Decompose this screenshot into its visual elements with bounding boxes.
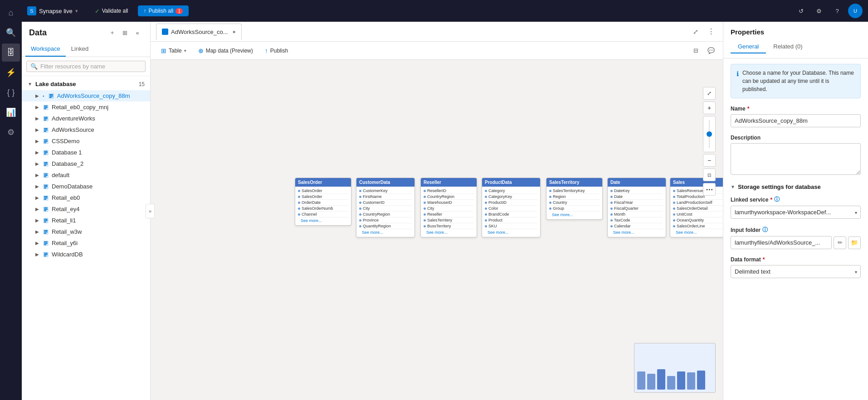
edit-folder-button[interactable]: ✏ (834, 236, 846, 249)
info-box: ℹ Choose a name for your Database. This … (731, 64, 861, 98)
nav-data-icon[interactable]: 🗄 (2, 43, 20, 62)
name-input[interactable] (731, 114, 861, 127)
validate-icon: ✓ (95, 8, 100, 14)
tab-workspace[interactable]: Workspace (25, 42, 66, 57)
properties-panel-toggle[interactable]: ⊟ (689, 44, 702, 57)
comments-icon[interactable]: 💬 (705, 44, 717, 57)
list-item[interactable]: ▶ WildcardDB (22, 249, 150, 260)
nav-search-icon[interactable]: 🔍 (2, 24, 20, 42)
tab-linked[interactable]: Linked (66, 42, 94, 57)
svg-rect-21 (44, 151, 48, 152)
list-item[interactable]: ▶ Database 1 (22, 147, 150, 158)
list-item[interactable]: ▶ Database_2 (22, 158, 150, 169)
list-item[interactable]: ▶ Retail_ey4 (22, 203, 150, 215)
required-marker: * (770, 197, 772, 203)
fit-to-screen-button[interactable]: ⊡ (703, 169, 716, 181)
field-dot-icon (549, 207, 551, 210)
item-chevron-icon: ▶ (34, 127, 40, 133)
icon-sidebar: ⌂ 🔍 🗄 ⚡ { } 📊 ⚙ (0, 0, 22, 400)
svg-rect-35 (44, 188, 46, 188)
table-card-salesterritory[interactable]: SalesTerritory SalesTerritoryKey Region … (546, 178, 603, 220)
publish-arrow-icon: ↑ (144, 8, 146, 14)
zoom-in-button[interactable]: + (703, 101, 716, 114)
table-more-link[interactable]: See more... (673, 229, 723, 236)
lake-database-section[interactable]: ▼ Lake database 15 (22, 78, 150, 90)
nav-monitor-icon[interactable]: 📊 (2, 103, 20, 121)
expand-tab-button[interactable]: ⤢ (689, 25, 702, 38)
list-item[interactable]: ▶ Retail_eb0_copy_mnj (22, 101, 150, 113)
table-more-link[interactable]: See more... (610, 229, 663, 236)
nav-integrate-icon[interactable]: ⚡ (2, 63, 20, 82)
item-label: CSSDemo (52, 138, 79, 145)
filter-search-icon: 🔍 (30, 63, 38, 70)
tab-close-button[interactable]: ● (232, 29, 235, 35)
description-field-group: Description (731, 135, 861, 176)
table-card-productdata[interactable]: ProductData Category CategoryKey Product… (482, 178, 541, 237)
linked-service-info-icon[interactable]: ⓘ (774, 196, 780, 203)
settings-icon[interactable]: ⚙ (812, 4, 826, 18)
input-folder-info-icon[interactable]: ⓘ (762, 226, 768, 234)
canvas-tab-adworksource[interactable]: AdWorksSource_co... ● (156, 24, 242, 40)
canvas-more-options-button[interactable]: ⋯ (703, 183, 716, 196)
table-card-row: City (424, 206, 474, 212)
list-item[interactable]: ▶ AdWorksSource (22, 124, 150, 135)
publish-all-button[interactable]: ↑ Publish all 1 (138, 5, 189, 16)
tab-related[interactable]: Related (0) (766, 40, 809, 53)
refresh-icon[interactable]: ↺ (794, 4, 808, 18)
table-more-link[interactable]: See more... (485, 229, 537, 236)
list-item[interactable]: ▶ CSSDemo (22, 135, 150, 147)
data-format-select[interactable]: Delimited text Parquet ORC Avro JSON Del… (731, 265, 861, 278)
validate-all-button[interactable]: ✓ Validate all (89, 5, 134, 17)
more-tab-options-icon[interactable]: ⋮ (705, 25, 717, 38)
list-item[interactable]: ▶ AdventureWorks (22, 113, 150, 124)
canvas-tab-label: AdWorksSource_co... (171, 29, 228, 35)
tab-general[interactable]: General (731, 40, 766, 53)
table-more-link[interactable]: See more... (424, 229, 474, 236)
add-resource-button[interactable]: ＋ (107, 27, 117, 38)
brand-dropdown-icon[interactable]: ▾ (75, 8, 78, 14)
linked-service-select[interactable]: lamurthyworkspace-WorkspaceDef... (731, 206, 861, 219)
right-panel: Properties General Related (0) ℹ Choose … (723, 22, 868, 400)
field-dot-icon (610, 202, 613, 204)
publish-button[interactable]: ↑ Publish (260, 44, 293, 57)
search-input[interactable] (40, 63, 141, 70)
table-canvas: SalesOrder SalesOrder SalesOrder OrderDa… (151, 60, 723, 400)
expand-collapse-icon[interactable]: ⊞ (119, 27, 130, 38)
list-item[interactable]: ▶ ● AdWorksSource_copy_88m (22, 90, 150, 101)
table-more-link[interactable]: See more... (549, 212, 600, 218)
table-card-customerdata[interactable]: CustomerData CustomerKey FirstName Custo… (356, 178, 415, 237)
collapse-panel-icon[interactable]: « (132, 27, 143, 38)
zoom-slider[interactable] (703, 116, 716, 152)
help-icon[interactable]: ? (830, 4, 844, 18)
list-item[interactable]: ▶ Retail_eb0 (22, 192, 150, 203)
minimap (634, 343, 716, 393)
table-card-reseller[interactable]: Reseller ResellerID CountryRegion Wareho… (420, 178, 477, 237)
table-more-link[interactable]: See more... (298, 217, 348, 224)
list-item[interactable]: ▶ Retail_y6i (22, 237, 150, 249)
list-item[interactable]: ▶ default (22, 169, 150, 181)
zoom-fit-button[interactable]: ⤢ (703, 87, 716, 100)
nav-develop-icon[interactable]: { } (2, 83, 20, 101)
table-card-salesorder[interactable]: SalesOrder SalesOrder SalesOrder OrderDa… (295, 178, 351, 226)
list-item[interactable]: ▶ Retail_li1 (22, 215, 150, 226)
list-item[interactable]: ▶ Retail_w3w (22, 226, 150, 237)
list-item[interactable]: ▶ DemoDatabase (22, 181, 150, 192)
field-dot-icon (359, 213, 361, 216)
collapse-left-panel-button[interactable]: » (146, 204, 155, 218)
zoom-out-button[interactable]: − (703, 154, 716, 167)
nav-home-icon[interactable]: ⌂ (2, 4, 20, 22)
user-avatar[interactable]: U (848, 4, 863, 18)
browse-folder-button[interactable]: 📁 (848, 236, 861, 249)
table-more-link[interactable]: See more... (359, 229, 412, 236)
map-data-button[interactable]: ⊕ Map data (Preview) (193, 44, 258, 57)
linked-service-select-wrap: lamurthyworkspace-WorkspaceDef... ▾ (731, 206, 861, 219)
description-textarea[interactable] (731, 143, 861, 175)
table-card-row: TaxCode (610, 217, 663, 223)
svg-rect-54 (44, 243, 48, 244)
storage-section-header[interactable]: ▼ Storage settings for database (731, 183, 861, 190)
table-card-date[interactable]: Date DateKey Date FiscalYear FiscalQuart… (607, 178, 666, 237)
nav-manage-icon[interactable]: ⚙ (2, 123, 20, 141)
input-folder-input[interactable] (731, 236, 832, 249)
table-button[interactable]: ⊞ Table ▾ (156, 44, 191, 57)
item-label: Retail_eb0 (52, 194, 80, 201)
